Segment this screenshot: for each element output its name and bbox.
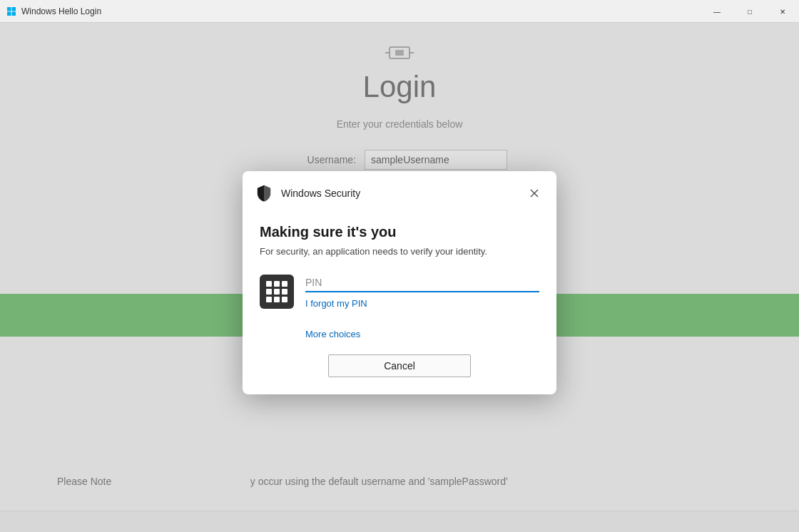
pin-dot xyxy=(282,297,287,302)
maximize-button[interactable]: □ xyxy=(733,0,766,23)
security-dialog: Windows Security Making sure it's you Fo… xyxy=(243,171,556,394)
pin-dot xyxy=(266,297,272,302)
svg-rect-2 xyxy=(7,11,11,16)
more-choices-link[interactable]: More choices xyxy=(305,329,360,339)
pin-dot xyxy=(282,289,287,295)
pin-input[interactable] xyxy=(305,274,539,292)
more-choices-row: More choices xyxy=(260,314,539,340)
dialog-footer: Cancel xyxy=(243,340,556,377)
close-button[interactable]: ✕ xyxy=(766,0,799,23)
pin-dot xyxy=(274,297,280,302)
window-controls: — □ ✕ xyxy=(701,0,799,23)
pin-keypad-icon xyxy=(260,275,294,309)
pin-dot xyxy=(266,281,272,287)
dialog-close-button[interactable] xyxy=(524,183,545,204)
dialog-header: Windows Security xyxy=(243,171,556,213)
pin-dot xyxy=(266,289,272,295)
cancel-button[interactable]: Cancel xyxy=(328,354,471,377)
pin-input-container: I forgot my PIN xyxy=(305,274,539,309)
dialog-header-title: Windows Security xyxy=(281,188,524,199)
shield-icon xyxy=(254,183,274,203)
pin-row: I forgot my PIN xyxy=(260,274,539,309)
app-icon xyxy=(6,6,17,17)
minimize-button[interactable]: — xyxy=(701,0,733,23)
main-window: Windows Hello Login — □ ✕ Login Enter yo… xyxy=(0,0,799,532)
dialog-body: Making sure it's you For security, an ap… xyxy=(243,213,556,340)
svg-rect-3 xyxy=(12,11,16,16)
pin-dot xyxy=(274,281,280,287)
titlebar-title: Windows Hello Login xyxy=(21,6,101,16)
svg-rect-1 xyxy=(12,7,16,11)
pin-dot xyxy=(282,281,287,287)
pin-dot xyxy=(274,289,280,295)
dialog-description: For security, an application needs to ve… xyxy=(260,246,539,257)
forgot-pin-link[interactable]: I forgot my PIN xyxy=(305,298,539,309)
svg-rect-0 xyxy=(7,7,11,11)
dialog-main-title: Making sure it's you xyxy=(260,224,539,240)
titlebar: Windows Hello Login — □ ✕ xyxy=(0,0,799,23)
